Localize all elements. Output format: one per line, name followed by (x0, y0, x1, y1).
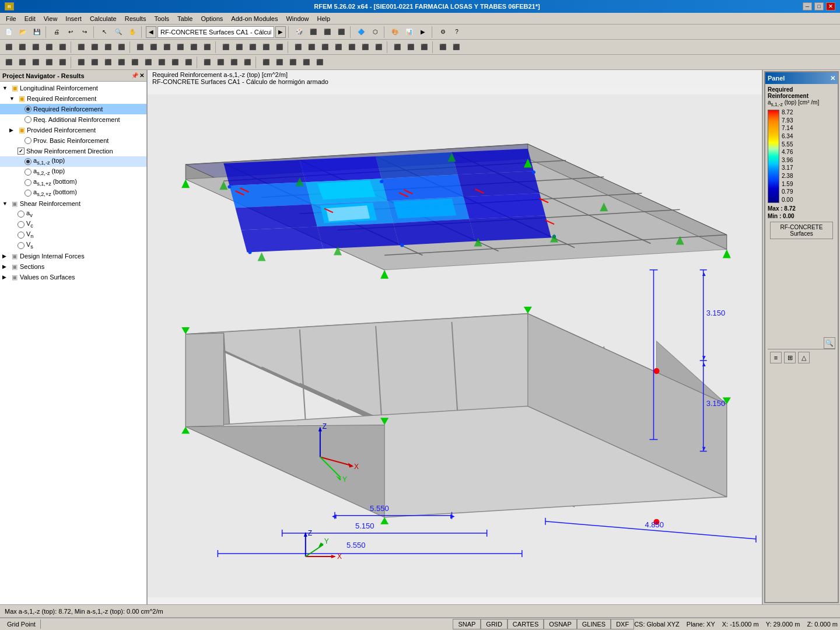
tree-show-dir[interactable]: ▶ ✓ Show Reinforcement Direction (0, 146, 146, 156)
tb3-btn10[interactable]: ⬛ (128, 56, 141, 69)
tb3-btn22[interactable]: ⬛ (300, 56, 313, 69)
nav-close-button[interactable]: ✕ (139, 72, 144, 79)
tb3-btn2[interactable]: ⬛ (16, 56, 29, 69)
tb2-btn4[interactable]: ⬛ (43, 41, 55, 54)
tb2-btn10[interactable]: ⬛ (134, 41, 146, 54)
radio-vc[interactable] (18, 221, 24, 228)
maximize-button[interactable]: □ (814, 2, 824, 10)
tb2-btn6[interactable]: ⬛ (75, 41, 88, 54)
wire-button[interactable]: ⬡ (369, 26, 382, 38)
tb2-btn9[interactable]: ⬛ (115, 41, 128, 54)
close-button[interactable]: ✕ (826, 2, 835, 10)
expand-sections[interactable]: ▶ (2, 264, 9, 270)
menu-view[interactable]: View (40, 14, 61, 23)
tb2-btn8[interactable]: ⬛ (102, 41, 114, 54)
tree-prov-reinf-folder[interactable]: ▶ ▣ Provided Reinforcement (0, 125, 146, 135)
expand-values[interactable]: ▶ (2, 274, 9, 280)
radio-as1z-top[interactable] (24, 158, 32, 165)
tb2-btn25[interactable]: ⬛ (345, 41, 358, 54)
expand-icon[interactable]: ▼ (2, 85, 9, 91)
panel-close-button[interactable]: ✕ (830, 75, 835, 82)
tb3-btn6[interactable]: ⬛ (75, 56, 88, 69)
radio-as2z-top[interactable] (24, 169, 32, 176)
menu-help[interactable]: Help (314, 14, 334, 23)
prev-button[interactable]: ◀ (146, 26, 156, 38)
tb3-btn21[interactable]: ⬛ (286, 56, 299, 69)
render-button[interactable]: 🔷 (355, 26, 368, 38)
tb3-btn7[interactable]: ⬛ (88, 56, 101, 69)
zoom-icon-button[interactable]: 🔍 (824, 337, 835, 349)
tb2-btn13[interactable]: ⬛ (174, 41, 187, 54)
tb3-btn1[interactable]: ⬛ (2, 56, 15, 69)
tree-req-reinf-folder[interactable]: ▼ ▣ Required Reinforcement (0, 93, 146, 104)
tb2-btn26[interactable]: ⬛ (359, 41, 372, 54)
nav-pin-button[interactable]: 📌 (131, 72, 138, 79)
menu-window[interactable]: Window (282, 14, 312, 23)
tree-as2z-bot[interactable]: ▶ as,2,+z (bottom) (0, 188, 146, 198)
redo-button[interactable]: ↪ (78, 26, 91, 38)
checkbox-show-dir[interactable]: ✓ (18, 148, 24, 155)
tree-vn[interactable]: ▶ Vn (0, 230, 146, 240)
module-field[interactable] (158, 26, 274, 38)
tb2-btn20[interactable]: ⬛ (273, 41, 286, 54)
tb3-btn8[interactable]: ⬛ (102, 56, 114, 69)
undo-button[interactable]: ↩ (64, 26, 77, 38)
tree-shear[interactable]: ▼ ▣ Shear Reinforcement (0, 198, 146, 209)
print-button[interactable]: 🖨 (50, 26, 63, 38)
tb2-btn32[interactable]: ⬛ (450, 41, 463, 54)
radio-req-add[interactable] (24, 116, 32, 123)
cartes-button[interactable]: CARTES (508, 619, 544, 629)
tree-design-forces[interactable]: ▶ ▣ Design Internal Forces (0, 251, 146, 261)
top-view-button[interactable]: ⬛ (307, 26, 320, 38)
osnap-button[interactable]: OSNAP (544, 619, 577, 629)
radio-prov-basic[interactable] (24, 137, 32, 144)
expand-icon-req[interactable]: ▼ (9, 96, 16, 102)
tb2-btn27[interactable]: ⬛ (372, 41, 385, 54)
dxf-button[interactable]: DXF (611, 619, 634, 629)
tree-values-surfaces[interactable]: ▶ ▣ Values on Surfaces (0, 272, 146, 282)
tb2-btn31[interactable]: ⬛ (436, 41, 449, 54)
radio-av[interactable] (18, 211, 24, 218)
expand-design[interactable]: ▶ (2, 253, 9, 259)
tb3-btn5[interactable]: ⬛ (56, 56, 69, 69)
radio-vn[interactable] (18, 232, 24, 239)
tb2-btn7[interactable]: ⬛ (88, 41, 101, 54)
tb2-btn12[interactable]: ⬛ (160, 41, 173, 54)
help-icon-button[interactable]: ? (450, 26, 463, 38)
side-view-button[interactable]: ⬛ (335, 26, 348, 38)
viewport[interactable]: Required Reinforcement a-s,1,-z (top) [c… (148, 70, 762, 604)
tree-as1z-top[interactable]: ▶ as,1,-z (top) (0, 156, 146, 167)
snap-button[interactable]: SNAP (453, 619, 481, 629)
grid-button[interactable]: GRID (481, 619, 508, 629)
tb2-btn19[interactable]: ⬛ (260, 41, 272, 54)
panel-icon-eye[interactable]: ⊞ (784, 352, 796, 363)
radio-as2z-bot[interactable] (24, 190, 32, 197)
tb3-btn12[interactable]: ⬛ (155, 56, 168, 69)
tb2-btn5[interactable]: ⬛ (56, 41, 69, 54)
tb3-btn20[interactable]: ⬛ (273, 56, 286, 69)
deform-button[interactable]: 📊 (402, 26, 415, 38)
radio-as1z-bot[interactable] (24, 179, 32, 186)
tb2-btn29[interactable]: ⬛ (404, 41, 417, 54)
tb3-btn14[interactable]: ⬛ (182, 56, 195, 69)
tb3-btn16[interactable]: ⬛ (214, 56, 227, 69)
tb2-btn18[interactable]: ⬛ (246, 41, 259, 54)
tb2-btn14[interactable]: ⬛ (187, 41, 200, 54)
tb2-btn17[interactable]: ⬛ (233, 41, 246, 54)
3d-scene[interactable]: 3.150 3.150 5.550 5.150 5.550 4.850 ◀ ▶ … (148, 88, 762, 604)
menu-table[interactable]: Table (174, 14, 196, 23)
tb2-btn30[interactable]: ⬛ (418, 41, 430, 54)
tb2-btn24[interactable]: ⬛ (332, 41, 345, 54)
tb2-btn2[interactable]: ⬛ (16, 41, 29, 54)
tree-as1z-bot[interactable]: ▶ as,1,+z (bottom) (0, 177, 146, 188)
menu-addon[interactable]: Add-on Modules (228, 14, 281, 23)
menu-results[interactable]: Results (121, 14, 150, 23)
next-button[interactable]: ▶ (275, 26, 286, 38)
tb3-btn17[interactable]: ⬛ (228, 56, 240, 69)
save-button[interactable]: 💾 (30, 26, 43, 38)
menu-calculate[interactable]: Calculate (86, 14, 120, 23)
front-view-button[interactable]: ⬛ (321, 26, 334, 38)
minimize-button[interactable]: ─ (803, 2, 812, 10)
tree-vs[interactable]: ▶ Vs (0, 240, 146, 251)
tb3-btn13[interactable]: ⬛ (169, 56, 181, 69)
